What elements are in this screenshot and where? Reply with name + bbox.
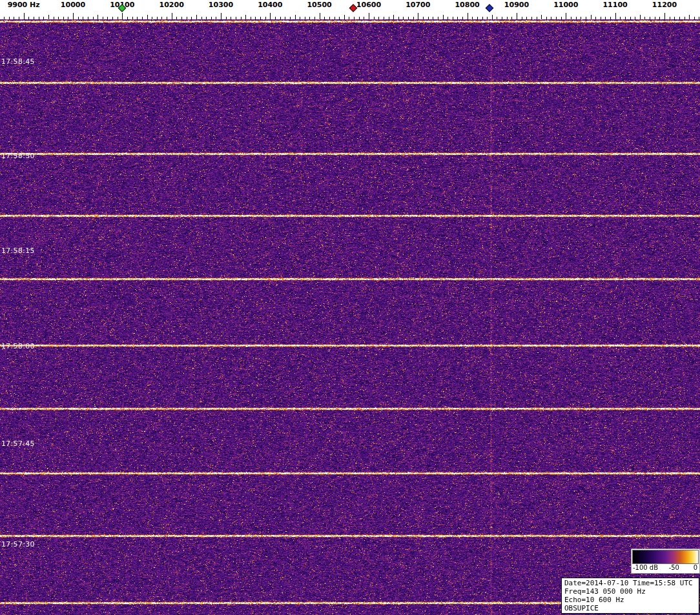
frequency-tick [295,15,296,19]
frequency-tick [689,15,690,19]
frequency-tick [369,13,369,19]
frequency-label: 10000 [61,1,85,9]
frequency-tick [591,15,592,19]
frequency-label: 10400 [258,1,282,9]
frequency-label: 10900 [504,1,529,9]
frequency-tick [492,15,493,19]
frequency-tick [566,13,566,19]
info-frequency: Freq=143 050 000 Hz [564,587,696,596]
frequency-label: 11200 [652,1,677,9]
frequency-tick [24,13,25,19]
time-label: 17:58:00 [1,342,35,350]
time-label: 17:57:45 [1,439,35,448]
frequency-label: 10700 [406,1,430,9]
color-scale-labels: -100 dB -50 0 [632,564,699,572]
frequency-tick [98,15,98,19]
frequency-tick [320,13,320,19]
frequency-label: 10600 [356,1,381,9]
frequency-tick [172,13,172,19]
time-label: 17:58:15 [1,247,35,255]
frequency-tick [122,13,123,19]
frequency-tick [468,13,468,19]
info-box: Date=2014-07-10 Time=15:58 UTC Freq=143 … [561,578,699,614]
frequency-label: 11100 [602,1,627,9]
frequency-label: 10300 [209,1,233,9]
time-label: 17:58:30 [1,152,35,160]
frequency-tick [196,15,197,19]
time-label: 17:58:45 [1,57,35,66]
frequency-label: 11000 [553,1,578,9]
legend-mid-label: -50 [669,564,679,571]
frequency-tick [664,13,665,19]
info-echo: Echo=10 600 Hz [564,596,696,604]
info-date-time: Date=2014-07-10 Time=15:58 UTC [564,579,696,587]
frequency-tick [517,13,517,19]
frequency-label: 10200 [160,1,184,9]
frequency-tick [221,13,221,19]
frequency-label: 9900 Hz [8,1,40,9]
frequency-tick [418,13,418,19]
frequency-label: 10500 [307,1,331,9]
spectrum-display: 9900 Hz100001010010200103001040010500106… [0,0,700,615]
blue-marker[interactable] [486,4,494,12]
legend-min-label: -100 dB [633,564,658,571]
color-scale-gradient [632,550,699,564]
color-scale-legend: -100 dB -50 0 [631,549,700,574]
frequency-tick [615,13,616,19]
frequency-tick [443,15,444,19]
frequency-tick [245,15,246,19]
legend-max-label: 0 [694,564,697,571]
frequency-tick [73,13,74,19]
spectrogram-canvas[interactable] [0,19,700,615]
frequency-axis[interactable]: 9900 Hz100001010010200103001040010500106… [0,0,700,19]
frequency-tick [541,15,542,19]
waterfall-area[interactable]: 17:58:4517:58:3017:58:1517:58:0017:57:45… [0,19,700,615]
frequency-tick [147,15,148,19]
info-station: OBSUPICE [564,604,696,612]
time-label: 17:57:30 [1,540,35,549]
frequency-tick [393,15,394,19]
frequency-tick [270,13,271,19]
frequency-tick [344,15,345,19]
frequency-tick [640,15,641,19]
frequency-tick [48,15,49,19]
frequency-label: 10800 [455,1,479,9]
